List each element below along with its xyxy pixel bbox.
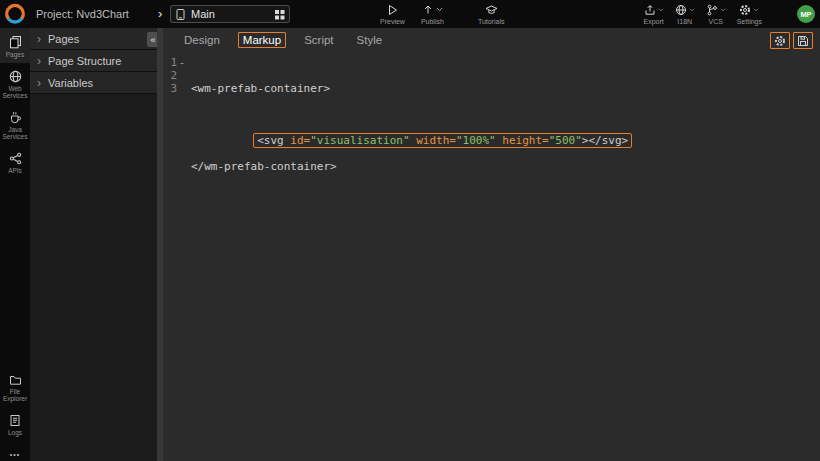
panel-splitter[interactable] (157, 28, 163, 461)
user-avatar[interactable]: MP (797, 5, 815, 23)
rail-item-apis[interactable]: APIs (0, 145, 30, 179)
export-button[interactable]: Export (643, 3, 663, 25)
panel-section-page-structure[interactable]: › Page Structure (30, 50, 157, 72)
gutter-line: 3 (163, 82, 187, 95)
preview-button[interactable]: Preview (380, 3, 405, 25)
chevron-down-icon (436, 7, 443, 12)
fold-marker-icon[interactable]: - (177, 56, 187, 69)
code-token: "100%" (456, 134, 502, 147)
editor-tab-bar: Design Markup Script Style (163, 28, 820, 52)
java-services-icon (9, 111, 22, 124)
apis-icon (9, 152, 22, 165)
rail-item-logs[interactable]: Logs (0, 407, 30, 441)
fold-marker-icon (177, 69, 187, 82)
vcs-button[interactable]: VCS (706, 3, 726, 25)
breadcrumb-chevron-icon: › (158, 0, 162, 28)
chevron-right-icon: › (37, 50, 41, 72)
tab-style[interactable]: Style (352, 32, 388, 48)
chevron-right-icon: › (37, 28, 41, 50)
graduation-cap-icon (485, 4, 498, 16)
grid-icon (274, 9, 285, 20)
rail-label-pages: Pages (6, 51, 24, 58)
code-token: ></svg> (582, 134, 628, 147)
chevron-down-icon (689, 8, 695, 12)
chevron-down-icon (753, 8, 759, 12)
code-token: <svg (257, 134, 290, 147)
code-line-2: <svg id="visualisation" width="100%" hei… (191, 121, 632, 134)
line-number: 3 (163, 82, 177, 95)
export-label: Export (643, 18, 663, 25)
panel-label-pages: Pages (48, 33, 79, 45)
code-content: <wm-prefab-container> <svg id="visualisa… (191, 56, 632, 199)
annotation-highlight-box: <svg id="visualisation" width="100%" hei… (253, 133, 632, 148)
settings-label: Settings (737, 18, 762, 25)
code-text: <wm-prefab-container> (191, 82, 330, 95)
code-line-3: </wm-prefab-container> (191, 160, 632, 173)
chevron-down-icon (720, 8, 726, 12)
code-token: "visualisation" (310, 134, 416, 147)
publish-icon (422, 4, 434, 16)
publish-button[interactable]: Publish (421, 3, 444, 25)
code-token: width= (416, 134, 456, 147)
tutorials-label: Tutorials (478, 18, 505, 25)
page-icon (175, 8, 186, 21)
globe-icon (675, 4, 687, 16)
branch-icon (706, 4, 718, 16)
editor-workspace: Design Markup Script Style 1 - 2 (163, 28, 820, 461)
pages-grid-button[interactable] (274, 9, 285, 20)
line-number: 1 (163, 56, 177, 69)
rail-bottom-group: File Explorer Logs (0, 367, 30, 441)
wavemaker-logo-icon[interactable] (4, 3, 26, 25)
gutter-line: 2 (163, 69, 187, 82)
gear-icon (739, 4, 751, 16)
tab-design[interactable]: Design (179, 32, 225, 48)
gutter-line: 1 - (163, 56, 187, 69)
tab-markup[interactable]: Markup (238, 32, 286, 48)
rail-item-pages[interactable]: Pages (0, 28, 30, 63)
topbar-center-actions: Preview Publish Tutorials (380, 3, 504, 25)
code-text: </wm-prefab-container> (191, 160, 337, 173)
rail-label-logs: Logs (8, 429, 22, 436)
editor-settings-button[interactable] (770, 32, 790, 49)
fold-marker-icon (177, 82, 187, 95)
code-token: height= (502, 134, 548, 147)
i18n-button[interactable]: I18N (675, 3, 695, 25)
line-number: 2 (163, 69, 177, 82)
page-selector-value: Main (191, 8, 215, 20)
panel-label-variables: Variables (48, 77, 93, 89)
top-bar: Project: Nvd3Chart › Main Preview (0, 0, 820, 28)
panel-label-page-structure: Page Structure (48, 55, 121, 67)
tutorials-button[interactable]: Tutorials (478, 3, 505, 25)
settings-button[interactable]: Settings (737, 3, 762, 25)
rail-item-java-services[interactable]: Java Services (0, 104, 30, 145)
rail-label-file-explorer: File Explorer (1, 388, 29, 402)
export-icon (644, 4, 656, 16)
save-icon (797, 35, 809, 47)
panel-section-variables[interactable]: › Variables (30, 72, 157, 94)
tab-script[interactable]: Script (299, 32, 338, 48)
file-explorer-icon (9, 374, 22, 386)
pages-icon (9, 35, 22, 49)
navigation-panel: › Pages « › Page Structure › Variables (30, 28, 157, 461)
vcs-label: VCS (709, 18, 723, 25)
chevron-down-icon (658, 8, 664, 12)
save-button[interactable] (793, 32, 813, 49)
logs-icon (9, 414, 21, 427)
publish-label: Publish (421, 18, 444, 25)
i18n-label: I18N (677, 18, 692, 25)
wavemaker-studio-window: Project: Nvd3Chart › Main Preview (0, 0, 820, 461)
line-number-gutter: 1 - 2 3 (163, 56, 187, 95)
rail-more-button[interactable]: ••• (0, 451, 30, 458)
topbar-right-actions: Export I18N VCS (643, 3, 762, 25)
rail-item-web-services[interactable]: Web Services (0, 63, 30, 104)
code-token: "500" (549, 134, 582, 147)
rail-label-apis: APIs (8, 167, 22, 174)
rail-label-java-services: Java Services (1, 126, 29, 140)
panel-section-pages[interactable]: › Pages « (30, 28, 157, 50)
rail-item-file-explorer[interactable]: File Explorer (0, 367, 30, 407)
markup-code-editor[interactable]: 1 - 2 3 <wm-prefab-container> <svg id="v… (163, 54, 820, 461)
rail-label-web-services: Web Services (1, 85, 29, 99)
code-token: id= (290, 134, 310, 147)
play-icon (387, 4, 398, 16)
page-selector-dropdown[interactable]: Main (170, 5, 290, 23)
